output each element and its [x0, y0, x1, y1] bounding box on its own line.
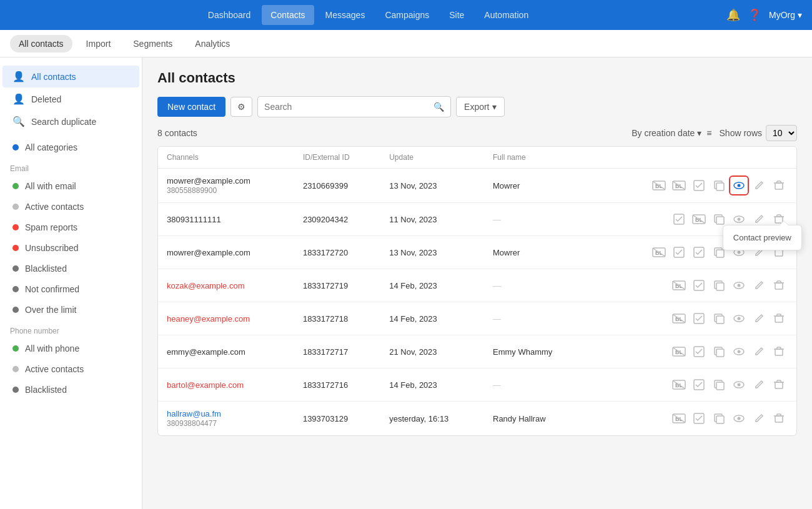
preview-icon[interactable]: [730, 277, 748, 294]
sort-control[interactable]: By creation date ▾ ≡: [631, 128, 711, 138]
delete-icon[interactable]: [770, 343, 788, 360]
row-actions: BL: [597, 310, 788, 327]
channels-cell: heaney@example.com: [158, 302, 294, 335]
email-link[interactable]: mowrer@example.com: [167, 176, 250, 185]
nav-dashboard[interactable]: Dashboard: [199, 5, 260, 25]
delete-icon[interactable]: [770, 410, 788, 427]
checkbox-icon[interactable]: [690, 244, 708, 261]
sidebar-item-deleted[interactable]: 👤 Deleted: [2, 88, 139, 110]
email-link[interactable]: mowrer@example.com: [167, 248, 250, 257]
nav-messages[interactable]: Messages: [317, 5, 374, 25]
sidebar-item-blacklisted-phone[interactable]: Blacklisted: [2, 380, 139, 400]
sidebar-item-unsubscribed[interactable]: Unsubscribed: [2, 238, 139, 258]
copy-icon[interactable]: [710, 376, 728, 393]
bl-badge-1[interactable]: BL: [650, 244, 668, 261]
sidebar-item-all-with-email[interactable]: All with email: [2, 176, 139, 196]
delete-icon[interactable]: [770, 310, 788, 327]
show-rows-select[interactable]: 10 25 50: [766, 125, 797, 141]
search-input[interactable]: [264, 102, 433, 112]
preview-icon[interactable]: [730, 376, 748, 393]
edit-icon[interactable]: [750, 310, 768, 327]
checkbox-icon[interactable]: [690, 410, 708, 427]
col-fullname: Full name: [484, 147, 588, 169]
bl-badge-1[interactable]: BL: [650, 177, 668, 194]
checkbox-icon[interactable]: [690, 277, 708, 294]
copy-icon[interactable]: [710, 277, 728, 294]
checkbox-icon[interactable]: [670, 210, 688, 228]
checkbox-icon[interactable]: [670, 244, 688, 261]
date-cell: 14 Feb, 2023: [380, 302, 484, 335]
sidebar-item-search-duplicate[interactable]: 🔍 Search duplicate: [2, 111, 139, 132]
sort-icon: ≡: [706, 128, 711, 138]
delete-icon[interactable]: [770, 177, 788, 194]
help-icon[interactable]: ❓: [748, 8, 761, 22]
nav-site[interactable]: Site: [440, 5, 473, 25]
actions-cell: BL: [588, 368, 796, 402]
tab-analytics[interactable]: Analytics: [186, 35, 239, 52]
sidebar-item-all-with-phone[interactable]: All with phone: [2, 339, 139, 358]
sidebar-item-blacklisted-email[interactable]: Blacklisted: [2, 259, 139, 279]
email-link[interactable]: emmy@example.com: [167, 347, 245, 357]
svg-rect-21: [716, 217, 724, 224]
email-link[interactable]: hallraw@ua.fm: [167, 409, 221, 418]
preview-icon[interactable]: [730, 343, 748, 360]
nav-right: 🔔 ❓ MyOrg ▾: [726, 8, 802, 22]
checkbox-icon[interactable]: [690, 376, 708, 393]
table-controls: By creation date ▾ ≡ Show rows 10 25 50: [631, 125, 797, 141]
bl-badge-2[interactable]: BL: [670, 177, 688, 194]
delete-icon[interactable]: [770, 277, 788, 294]
nav-automation[interactable]: Automation: [475, 5, 537, 25]
edit-icon[interactable]: [750, 343, 768, 360]
email-link[interactable]: bartol@example.com: [167, 380, 244, 390]
sidebar-item-all-contacts[interactable]: 👤 All contacts: [2, 66, 139, 87]
preview-icon[interactable]: [730, 177, 748, 194]
bl-badge-1[interactable]: BL: [670, 343, 688, 360]
checkbox-icon[interactable]: [690, 343, 708, 360]
bl-badge-1[interactable]: BL: [670, 410, 688, 427]
phone-section-label: Phone number: [0, 320, 142, 338]
filter-button[interactable]: ⚙: [230, 97, 252, 117]
copy-icon[interactable]: [710, 310, 728, 327]
email-link[interactable]: heaney@example.com: [167, 314, 250, 324]
new-contact-button[interactable]: New contact: [157, 97, 225, 117]
bl-badge-1[interactable]: BL: [670, 277, 688, 294]
preview-icon[interactable]: [730, 310, 748, 327]
notifications-icon[interactable]: 🔔: [726, 8, 740, 22]
export-button[interactable]: Export ▾: [456, 97, 504, 117]
phone-value: 380931111111: [167, 215, 221, 224]
row-actions: BL BL: [597, 177, 788, 194]
copy-icon[interactable]: [710, 343, 728, 360]
nav-campaigns[interactable]: Campaigns: [376, 5, 438, 25]
copy-icon[interactable]: [710, 410, 728, 427]
table-row: emmy@example.com 1833172717 21 Nov, 2023…: [158, 335, 796, 368]
edit-icon[interactable]: [750, 177, 768, 194]
checkbox-icon[interactable]: [690, 310, 708, 327]
nav-contacts[interactable]: Contacts: [262, 5, 314, 25]
org-menu[interactable]: MyOrg ▾: [769, 10, 802, 20]
name-cell: Mowrer: [484, 236, 588, 269]
sidebar-item-not-confirmed[interactable]: Not confirmed: [2, 279, 139, 299]
edit-icon[interactable]: [750, 277, 768, 294]
toolbar: New contact ⚙ 🔍 Export ▾: [157, 96, 797, 117]
row-actions: BL: [597, 376, 788, 393]
bl-badge-2[interactable]: BL: [690, 210, 708, 228]
sidebar-item-spam-reports[interactable]: Spam reports: [2, 217, 139, 237]
preview-icon[interactable]: [730, 410, 748, 427]
col-channels: Channels: [158, 147, 294, 169]
checkbox-icon[interactable]: [690, 177, 708, 194]
email-link[interactable]: kozak@example.com: [167, 281, 244, 290]
edit-icon[interactable]: [750, 410, 768, 427]
copy-icon[interactable]: [710, 177, 728, 194]
sidebar-item-active-contacts-email[interactable]: Active contacts: [2, 197, 139, 217]
sidebar-item-active-contacts-phone[interactable]: Active contacts: [2, 359, 139, 379]
tab-import[interactable]: Import: [77, 35, 120, 52]
tab-segments[interactable]: Segments: [124, 35, 181, 52]
svg-point-102: [738, 417, 741, 420]
edit-icon[interactable]: [750, 376, 768, 393]
bl-badge-1[interactable]: BL: [670, 310, 688, 327]
delete-icon[interactable]: [770, 376, 788, 393]
sidebar-item-all-categories[interactable]: All categories: [2, 137, 139, 157]
tab-all-contacts[interactable]: All contacts: [10, 35, 72, 52]
bl-badge-1[interactable]: BL: [670, 376, 688, 393]
sidebar-item-over-the-limit[interactable]: Over the limit: [2, 300, 139, 320]
